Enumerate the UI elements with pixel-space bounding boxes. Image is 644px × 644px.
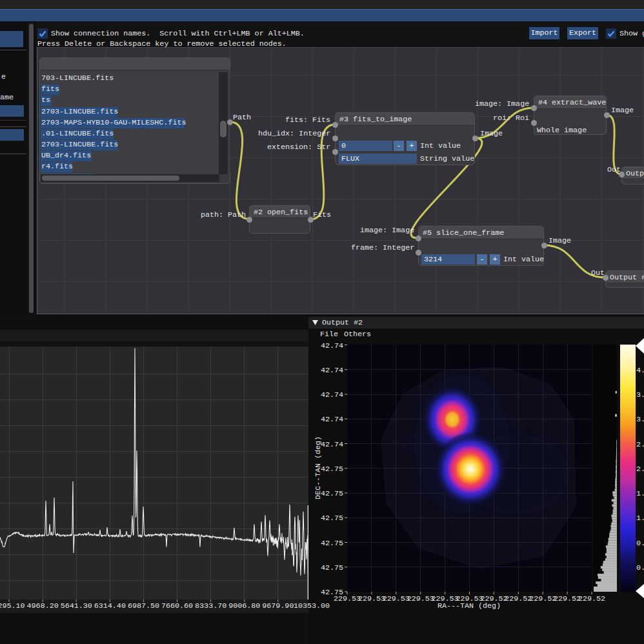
svg-text:42.75: 42.75 bbox=[321, 588, 343, 597]
svg-text:4.0: 4.0 bbox=[636, 366, 644, 375]
svg-text:0.0: 0.0 bbox=[636, 563, 644, 572]
svg-text:229.52: 229.52 bbox=[578, 594, 605, 603]
svg-text:229.52: 229.52 bbox=[529, 594, 556, 603]
svg-text:0.5: 0.5 bbox=[636, 539, 644, 548]
svg-text:229.53: 229.53 bbox=[358, 594, 385, 603]
svg-text:2.5: 2.5 bbox=[636, 440, 644, 449]
svg-text:DEC--TAN (deg): DEC--TAN (deg) bbox=[314, 436, 323, 499]
svg-text:229.52: 229.52 bbox=[554, 594, 581, 603]
svg-text:42.74: 42.74 bbox=[321, 415, 343, 424]
svg-text:42.75: 42.75 bbox=[321, 539, 343, 548]
svg-text:42.74: 42.74 bbox=[321, 390, 343, 399]
svg-text:1.5: 1.5 bbox=[636, 489, 644, 498]
svg-text:3.5: 3.5 bbox=[636, 390, 644, 399]
svg-text:229.53: 229.53 bbox=[383, 594, 410, 603]
svg-text:42.74: 42.74 bbox=[321, 366, 343, 375]
svg-text:1.0: 1.0 bbox=[636, 514, 644, 523]
svg-text:42.74: 42.74 bbox=[321, 341, 343, 350]
svg-text:RA---TAN (deg): RA---TAN (deg) bbox=[438, 601, 501, 610]
svg-text:42.75: 42.75 bbox=[321, 514, 343, 523]
svg-text:3.0: 3.0 bbox=[636, 415, 644, 424]
svg-text:42.75: 42.75 bbox=[321, 465, 343, 474]
svg-text:42.74: 42.74 bbox=[321, 440, 343, 449]
svg-text:229.53: 229.53 bbox=[407, 594, 434, 603]
svg-text:229.52: 229.52 bbox=[505, 594, 532, 603]
svg-text:2.0: 2.0 bbox=[636, 465, 644, 474]
svg-text:42.75: 42.75 bbox=[321, 563, 343, 572]
svg-text:42.75: 42.75 bbox=[321, 489, 343, 498]
